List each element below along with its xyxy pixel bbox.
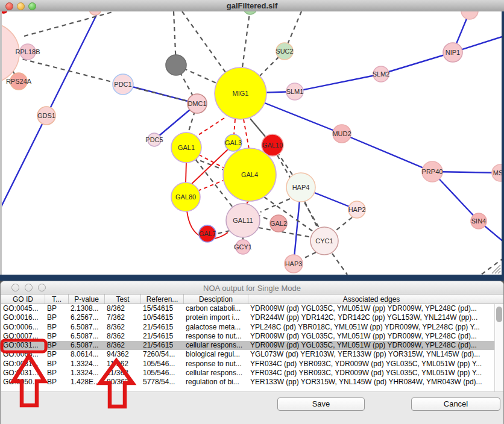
table-cell: 8/362: [105, 323, 141, 332]
cancel-button[interactable]: Cancel: [411, 398, 500, 411]
table-cell: 105/546...: [141, 369, 184, 378]
table-cell: 8.0614...: [69, 350, 105, 359]
graph-edge[interactable]: [24, 11, 115, 36]
graph-edge[interactable]: [198, 180, 224, 191]
table-row[interactable]: GO:0006...BP6.5087...8/36221/54615galact…: [1, 323, 494, 332]
graph-node-label-rpl18b: RPL18B: [16, 48, 40, 55]
graph-edge[interactable]: [241, 11, 470, 93]
graph-node-label-gal80: GAL80: [175, 193, 196, 201]
column-header[interactable]: P-value: [69, 295, 105, 304]
table-row[interactable]: GO:0065...BP8.0614...94/3627260/54...bio…: [1, 350, 494, 359]
graph-node-label-gal1: GAL1: [178, 144, 195, 151]
resize-grip[interactable]: [492, 265, 500, 273]
table-row[interactable]: GO:0016...BP6.2567...7/36210/54615protei…: [1, 313, 494, 322]
graph-node-label-slm2: SLM2: [373, 70, 390, 78]
table-cell: 1.3324...: [69, 369, 105, 378]
table-cell: GO:0065...: [1, 350, 45, 359]
graph-node-label-gal3: GAL3: [225, 139, 242, 146]
table-cell: 1.428E...: [69, 378, 105, 387]
network-window: galFiltered.sif RPL18BRPS24AGDS1PDC1MIG1…: [0, 0, 504, 275]
edge-layer: [2, 11, 504, 275]
graph-node-label-slm1: SLM1: [286, 88, 304, 95]
column-header[interactable]: T...: [45, 295, 69, 304]
graph-edge[interactable]: [186, 161, 186, 183]
scrollbar-thumb[interactable]: [496, 307, 502, 322]
table-cell: 6.5087...: [69, 323, 105, 332]
table-cell: galactose meta...: [184, 323, 248, 332]
table-cell: GO:0031...: [1, 369, 45, 378]
table-cell: protein import i...: [184, 313, 248, 322]
table-cell: BP: [45, 332, 69, 341]
graph-node-cut-top-right-pink[interactable]: [461, 11, 478, 19]
graph-edge[interactable]: [481, 258, 504, 275]
graph-edge[interactable]: [193, 158, 227, 171]
graph-node-unlabeled-gray[interactable]: [166, 55, 186, 75]
column-header[interactable]: GO ID: [1, 295, 45, 304]
table-cell: 21/54615: [141, 332, 184, 341]
column-header[interactable]: Associated edges: [248, 295, 494, 304]
table-cell: 105/546...: [141, 360, 184, 369]
graph-node-label-gal2: GAL2: [270, 220, 287, 227]
graph-edge[interactable]: [332, 254, 347, 275]
table-cell: 15/54615: [141, 304, 184, 313]
noa-window-titlebar[interactable]: NOA output for Single Mode: [1, 281, 503, 295]
graph-edge[interactable]: [432, 172, 504, 242]
graph-node-cut-topleft-red[interactable]: [2, 11, 7, 13]
table-row[interactable]: GO:0031...BP1.3324...11/362105/546...cel…: [1, 369, 494, 378]
graph-node-label-dmc1: DMC1: [187, 100, 206, 107]
graph-edge[interactable]: [123, 84, 197, 140]
table-cell: YDR009W (pd) YGL035C, YML051W (pp) YDR00…: [248, 304, 494, 313]
table-cell: YGL073W (pd) YER103W, YER133W (pp) YOR31…: [248, 350, 494, 359]
table-body: GO:0045...BP2.1308...8/36215/54615carbon…: [1, 304, 494, 391]
table-cell: YPL248C (pd) YBR018C, YML051W (pp) YDR00…: [248, 323, 494, 332]
column-header[interactable]: Referen...: [141, 295, 184, 304]
table-cell: BP: [45, 304, 69, 313]
table-row[interactable]: GO:0031...BP6.5087...8/36221/54615cellul…: [1, 341, 494, 350]
table-row[interactable]: GO:0050...BP1.428E...80/3625778/54...reg…: [1, 378, 494, 387]
graph-node-cut-top-pink-left[interactable]: [89, 11, 101, 15]
table-cell: cellular respons...: [184, 369, 248, 378]
graph-node-label-nip1: NIP1: [446, 49, 460, 56]
network-canvas[interactable]: RPL18BRPS24AGDS1PDC1MIG1DMC1SUC2SLM1SLM2…: [0, 11, 504, 275]
table-cell: 11/362: [105, 369, 141, 378]
table-row[interactable]: GO:0045...BP2.1308...8/36215/54615carbon…: [1, 304, 494, 313]
graph-edge[interactable]: [260, 199, 290, 212]
graph-edge[interactable]: [234, 119, 235, 135]
save-button[interactable]: Save: [277, 398, 365, 411]
graph-edge[interactable]: [241, 93, 501, 173]
network-window-titlebar[interactable]: galFiltered.sif: [0, 0, 504, 12]
table-cell: 21/54615: [141, 341, 184, 350]
table-cell: GO:0031...: [1, 341, 45, 350]
table-cell: 6.5087...: [69, 332, 105, 341]
table-cell: BP: [45, 369, 69, 378]
table-cell: 10/54615: [141, 313, 184, 322]
graph-node-label-hap2: HAP2: [348, 206, 366, 213]
graph-node-label-pdc1: PDC1: [114, 81, 131, 88]
graph-edge[interactable]: [301, 252, 316, 260]
table-row[interactable]: GO:0031...BP1.3324...11/362105/546...res…: [1, 360, 494, 369]
noa-output-window: NOA output for Single Mode GO IDT...P-va…: [0, 281, 504, 424]
table-cell: GO:0045...: [1, 304, 45, 313]
graph-edge[interactable]: [244, 119, 249, 149]
graph-node-label-gal10: GAL10: [262, 142, 283, 149]
graph-node-label-hap3: HAP3: [285, 260, 303, 267]
table-cell: YFR034C (pd) YBR093C, YDR009W (pd) YGL03…: [248, 369, 494, 378]
graph-node-label-gal4: GAL4: [241, 171, 258, 178]
table-cell: 21/54615: [141, 323, 184, 332]
table-cell: 94/362: [105, 350, 141, 359]
table-cell: response to nut...: [184, 360, 248, 369]
column-header[interactable]: Desciption: [184, 295, 248, 304]
graph-edge[interactable]: [242, 11, 250, 67]
table-cell: YER133W (pp) YOR315W, YNL145W (pd) YHR08…: [248, 378, 494, 387]
noa-window-title: NOA output for Single Mode: [1, 284, 503, 293]
table-cell: GO:0031...: [1, 360, 45, 369]
results-table: GO IDT...P-valueTestReferen...Desciption…: [1, 295, 503, 392]
column-header[interactable]: Test: [105, 295, 141, 304]
graph-node-cut-top-green[interactable]: [244, 11, 257, 14]
graph-node-label-prp40: PRP40: [422, 168, 443, 175]
graph-node-label-gal11: GAL11: [233, 217, 253, 224]
graph-edge[interactable]: [333, 217, 352, 232]
graph-node-label-cyc1: CYC1: [315, 237, 333, 245]
table-row[interactable]: GO:0007...BP6.5087...8/36221/54615respon…: [1, 332, 494, 341]
vertical-scrollbar[interactable]: [494, 304, 503, 391]
